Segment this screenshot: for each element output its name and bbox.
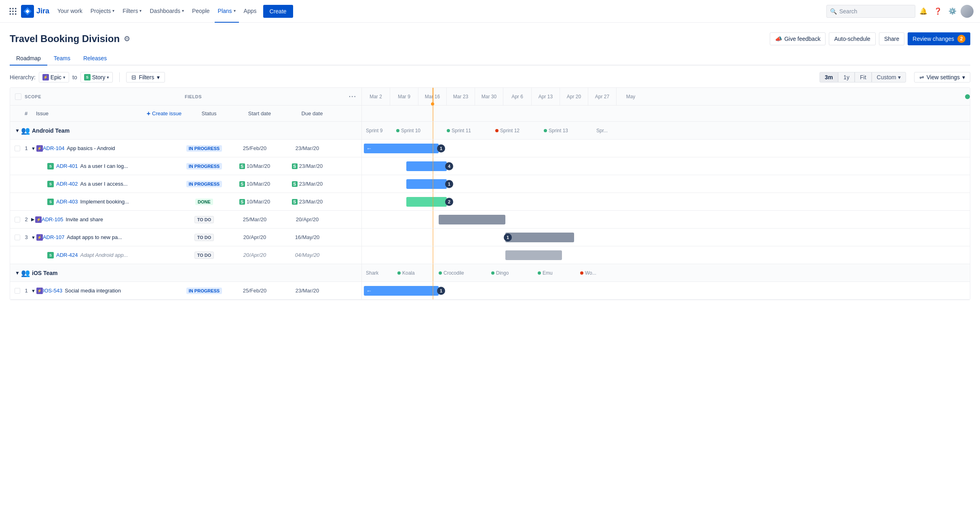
plans-chevron-icon: ▾ — [234, 8, 236, 13]
select-all-checkbox[interactable] — [15, 93, 21, 100]
search-box[interactable]: 🔍 Search — [826, 5, 915, 18]
share-button[interactable]: Share — [879, 32, 904, 45]
nav-plans[interactable]: Plans ▾ — [215, 0, 239, 23]
adr-401-key[interactable]: ADR-401 — [56, 163, 78, 169]
hierarchy-from-select[interactable]: ⚡ Epic ▾ — [39, 72, 69, 83]
nav-apps[interactable]: Apps — [241, 0, 260, 23]
adr-401-count: 4 — [445, 162, 453, 170]
tab-roadmap[interactable]: Roadmap — [10, 52, 47, 66]
adr-424-key[interactable]: ADR-424 — [56, 252, 78, 258]
fields-more-icon[interactable]: ··· — [349, 93, 357, 100]
nav-people[interactable]: People — [189, 0, 213, 23]
gantt-row-adr-107: 1 — [362, 229, 970, 246]
adr-424-bar[interactable] — [505, 250, 562, 260]
svg-rect-8 — [15, 13, 16, 15]
adr-107-checkbox[interactable] — [15, 235, 20, 240]
ios-543-bar[interactable]: ← — [364, 286, 439, 296]
android-team-collapse-icon[interactable]: ▼ — [15, 128, 20, 133]
adr-401-fields: IN PROGRESS S 10/Mar/20 S 23/Mar/20 — [180, 163, 361, 169]
filters-label: Filters — [139, 74, 154, 80]
ios-543-checkbox[interactable] — [15, 288, 20, 294]
adr-402-key[interactable]: ADR-402 — [56, 181, 78, 187]
filters-button[interactable]: ⊟ Filters ▾ — [126, 72, 165, 83]
gantt-panel: Mar 2 Mar 9 Mar 16 Mar 23 Mar 30 Apr 6 A… — [362, 88, 970, 300]
user-avatar[interactable] — [961, 5, 974, 18]
adr-401-start: 10/Mar/20 — [247, 163, 270, 169]
settings-button[interactable]: ⚙️ — [946, 5, 959, 18]
gantt-row-adr-403: 2 — [362, 193, 970, 211]
adr-107-start: 20/Apr/20 — [243, 234, 266, 240]
tab-teams[interactable]: Teams — [47, 52, 77, 66]
adr-402-due: 23/Mar/20 — [299, 181, 323, 187]
logo-text: Jira — [36, 7, 49, 15]
today-vline-10 — [433, 282, 433, 299]
svg-rect-4 — [12, 11, 13, 12]
give-feedback-button[interactable]: 📣 Give feedback — [770, 32, 826, 45]
view-3m-button[interactable]: 3m — [819, 72, 838, 83]
custom-chevron-icon: ▾ — [898, 74, 901, 80]
review-changes-button[interactable]: Review changes 2 — [908, 32, 970, 45]
adr-104-fields: IN PROGRESS 25/Feb/20 23/Mar/20 — [180, 145, 361, 152]
adr-402-bar[interactable] — [406, 179, 447, 189]
adr-104-bar[interactable]: ← — [364, 144, 439, 153]
adr-402-title: As a user I access... — [80, 181, 178, 187]
ios-543-fields: IN PROGRESS 25/Feb/20 23/Mar/20 — [180, 288, 361, 294]
android-team-name: Android Team — [32, 127, 70, 134]
adr-105-expand-icon[interactable]: ▶ — [31, 217, 34, 222]
view-fit-button[interactable]: Fit — [855, 72, 872, 83]
adr-107-key[interactable]: ADR-107 — [43, 234, 64, 240]
adr-107-bar[interactable] — [505, 233, 574, 242]
ios-543-expand-icon[interactable]: ▼ — [31, 288, 36, 293]
tab-releases[interactable]: Releases — [77, 52, 113, 66]
create-button[interactable]: Create — [263, 5, 293, 18]
adr-107-fields: TO DO 20/Apr/20 16/May/20 — [180, 234, 361, 241]
nav-dashboards[interactable]: Dashboards ▾ — [146, 0, 187, 23]
nav-filters[interactable]: Filters ▾ — [119, 0, 145, 23]
create-issue-button[interactable]: + Create issue — [144, 108, 185, 119]
jira-logo[interactable]: Jira — [21, 5, 49, 18]
app-grid-icon[interactable] — [6, 5, 19, 18]
adr-104-checkbox[interactable] — [15, 146, 20, 151]
nav-your-work[interactable]: Your work — [54, 0, 86, 23]
date-apr13: Apr 13 — [532, 88, 560, 106]
adr-403-status: DONE — [195, 199, 213, 205]
view-1y-button[interactable]: 1y — [838, 72, 855, 83]
date-mar9: Mar 9 — [390, 88, 418, 106]
adr-104-expand-icon[interactable]: ▼ — [31, 146, 36, 151]
adr-403-bar[interactable] — [406, 197, 447, 207]
view-custom-button[interactable]: Custom ▾ — [872, 72, 906, 83]
gantt-subheader — [362, 106, 970, 122]
adr-401-bar[interactable] — [406, 161, 447, 171]
adr-424-status: TO DO — [194, 252, 214, 259]
wo-label: Wo... — [580, 270, 596, 276]
today-vline-1 — [433, 122, 433, 139]
notifications-button[interactable]: 🔔 — [917, 5, 930, 18]
adr-104-key[interactable]: ADR-104 — [43, 145, 64, 151]
ios-543-key[interactable]: IOS-543 — [43, 288, 62, 294]
today-line-subheader — [433, 106, 433, 121]
adr-105-num: 2 — [21, 216, 31, 222]
adr-105-bar[interactable] — [439, 215, 505, 224]
nav-projects[interactable]: Projects ▾ — [87, 0, 118, 23]
adr-105-checkbox[interactable] — [15, 217, 20, 222]
today-vline-8 — [433, 246, 433, 264]
adr-107-expand-icon[interactable]: ▼ — [31, 235, 36, 240]
startdate-column-header: Start date — [233, 110, 286, 116]
auto-schedule-button[interactable]: Auto-schedule — [829, 32, 876, 45]
adr-107-count: 1 — [504, 233, 512, 241]
hierarchy-to-select[interactable]: S Story ▾ — [80, 72, 113, 83]
view-settings-button[interactable]: ⇌ View settings ▾ — [914, 72, 970, 83]
adr-105-due: 20/Apr/20 — [296, 216, 319, 222]
left-header: SCOPE FIELDS ··· — [10, 88, 361, 106]
page-settings-icon[interactable]: ⚙ — [124, 34, 130, 43]
help-button[interactable]: ❓ — [931, 5, 944, 18]
adr-403-key[interactable]: ADR-403 — [56, 199, 78, 205]
adr-105-key[interactable]: ADR-105 — [42, 216, 63, 222]
hierarchy-selector: Hierarchy: ⚡ Epic ▾ to S Story ▾ — [10, 72, 113, 83]
sprint13-label: Sprint 13 — [544, 128, 568, 133]
gantt-row-adr-424 — [362, 246, 970, 264]
ios-team-collapse-icon[interactable]: ▼ — [15, 270, 20, 276]
hierarchy-from-chevron: ▾ — [63, 75, 65, 80]
gantt-row-adr-402: 1 — [362, 175, 970, 193]
adr-401-due: 23/Mar/20 — [299, 163, 323, 169]
